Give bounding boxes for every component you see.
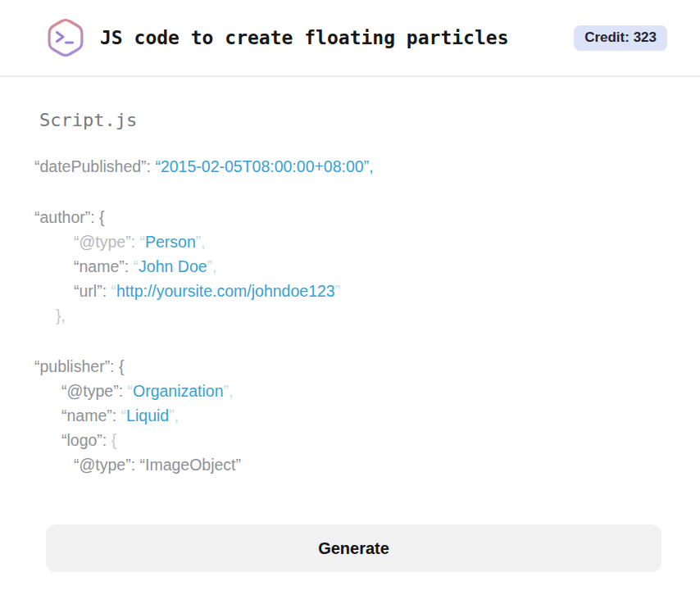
code-segment: Person <box>145 233 196 251</box>
code-line: “datePublished”: “2015-02-05T08:00:00+08… <box>34 154 661 179</box>
code-segment: Organization <box>133 382 224 400</box>
credit-badge: Credit: 323 <box>574 25 667 51</box>
terminal-prompt-hexagon-icon <box>43 16 88 60</box>
code-segment: John Doe <box>139 257 207 275</box>
code-line: “@type”: “Organization”, <box>34 379 661 403</box>
code-segment: { <box>111 431 117 449</box>
code-segment: “url”: <box>74 282 111 300</box>
code-line <box>34 179 661 205</box>
code-block: “datePublished”: “2015-02-05T08:00:00+08… <box>34 154 661 477</box>
code-segment: “name”: <box>61 406 121 425</box>
code-line: “name”: “John Doe”, <box>34 254 661 279</box>
code-line: }, <box>34 303 661 328</box>
code-line: “@type”: “Person”, <box>34 229 661 254</box>
page-title: JS code to create floating particles <box>100 27 509 48</box>
code-line: “name”: “Liquid”, <box>34 403 661 428</box>
code-segment: “name”: <box>74 257 134 275</box>
code-line: “author”: { <box>34 205 661 229</box>
code-segment: Liquid <box>126 406 169 425</box>
code-segment: ” <box>335 282 341 300</box>
code-segment: ”, <box>169 406 179 425</box>
code-segment: http://yoursite.com/johndoe123 <box>116 282 335 300</box>
code-segment: “@type”: “ImageObject” <box>74 456 241 474</box>
code-line <box>34 328 661 354</box>
code-segment: ”, <box>224 382 234 400</box>
code-segment: ”, <box>196 233 206 251</box>
code-segment: “logo”: <box>61 431 111 449</box>
file-name-heading: Script.js <box>34 110 661 130</box>
code-segment: “@type”: <box>61 382 127 400</box>
code-line: “logo”: { <box>34 428 661 452</box>
code-line: “@type”: “ImageObject” <box>34 452 661 477</box>
code-segment: “@type”: <box>74 233 139 251</box>
main-content: Script.js “datePublished”: “2015-02-05T0… <box>0 77 700 477</box>
code-segment: “2015-02-05T08:00:00+08:00”, <box>155 157 373 175</box>
header: JS code to create floating particles Cre… <box>0 0 700 77</box>
code-line: “publisher”: { <box>34 354 661 379</box>
code-segment: “datePublished”: <box>34 157 155 175</box>
generate-button[interactable]: Generate <box>46 524 661 572</box>
code-line: “url”: “http://yoursite.com/johndoe123” <box>34 279 661 303</box>
code-segment: “publisher”: { <box>34 357 124 375</box>
code-segment: }, <box>56 306 66 325</box>
code-segment: ”, <box>207 257 217 275</box>
code-segment: “author”: { <box>34 208 105 226</box>
